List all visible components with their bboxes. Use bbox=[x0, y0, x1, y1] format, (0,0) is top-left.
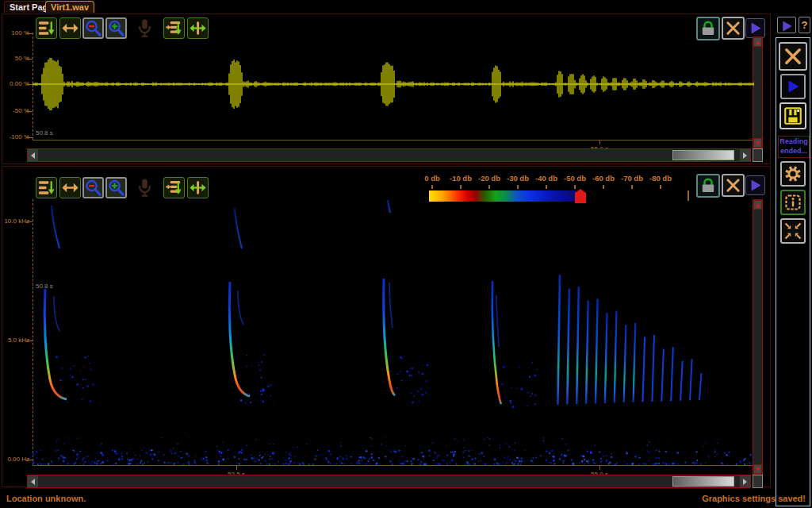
scroll-down-button[interactable] bbox=[753, 138, 762, 148]
db-legend-label: -20 db bbox=[473, 174, 505, 183]
time-axis-tick bbox=[236, 465, 237, 470]
microphone-button[interactable] bbox=[134, 177, 155, 198]
help-button[interactable]: ? bbox=[799, 17, 810, 33]
time-axis-line bbox=[33, 465, 754, 466]
play-button[interactable] bbox=[780, 74, 806, 99]
y-axis-label: 50 % bbox=[2, 55, 29, 62]
scroll-up-button[interactable] bbox=[753, 200, 762, 210]
info-icon bbox=[783, 193, 802, 212]
db-legend-label: -70 db bbox=[616, 174, 648, 183]
scroll-up-button[interactable] bbox=[753, 37, 762, 47]
corner-grip bbox=[753, 475, 763, 488]
horizontal-scrollbar[interactable] bbox=[27, 148, 751, 162]
play-icon bbox=[779, 23, 795, 37]
y-axis-tick bbox=[26, 111, 33, 112]
fit-vertical-button[interactable] bbox=[36, 177, 57, 198]
y-axis-tick bbox=[26, 84, 33, 85]
tab-virt1-wav[interactable]: Virt1.wav bbox=[45, 1, 94, 13]
db-legend-label: -10 db bbox=[445, 174, 477, 183]
y-axis-label: 5.0 kHz bbox=[2, 337, 29, 344]
info-button[interactable] bbox=[780, 190, 806, 215]
scroll-left-button[interactable] bbox=[28, 475, 38, 487]
reading-status-line2: ended... bbox=[779, 146, 809, 156]
db-legend-label: -30 db bbox=[502, 174, 534, 183]
db-legend-label: -60 db bbox=[588, 174, 619, 183]
y-axis-label: 0.00 % bbox=[2, 80, 29, 87]
horizontal-scrollbar[interactable] bbox=[27, 475, 751, 488]
db-legend-tick bbox=[574, 185, 576, 189]
close-icon bbox=[782, 45, 804, 67]
zoom-in-button[interactable] bbox=[105, 177, 127, 198]
scrollbar-thumb[interactable] bbox=[672, 476, 734, 487]
play-icon bbox=[747, 177, 764, 194]
y-axis-tick bbox=[26, 221, 33, 222]
play-button[interactable] bbox=[745, 175, 765, 195]
db-legend-tick bbox=[431, 185, 433, 189]
y-axis-label: 10.0 kHz bbox=[2, 217, 29, 225]
fit-vertical-icon bbox=[37, 179, 56, 197]
save-icon bbox=[783, 106, 803, 126]
spectrogram-display[interactable] bbox=[33, 199, 754, 465]
sidebar: Reading ended... bbox=[776, 37, 810, 506]
spectrogram-panel: 10.0 kHz5.0 kHz0.00 Hz52.5 s55.0 s50.8 s… bbox=[2, 166, 771, 487]
zoom-in-icon bbox=[107, 179, 125, 197]
y-axis-label: 100 % bbox=[2, 29, 29, 37]
horizontal-range-icon bbox=[61, 179, 79, 197]
fit-selection-vertical-button[interactable] bbox=[163, 177, 185, 198]
play-icon bbox=[783, 77, 802, 96]
y-axis-tick bbox=[26, 59, 33, 60]
settings-icon bbox=[783, 164, 802, 183]
y-axis-label: -50 % bbox=[2, 107, 29, 114]
scroll-left-button[interactable] bbox=[28, 149, 38, 161]
scroll-right-button[interactable] bbox=[740, 475, 750, 487]
db-legend-tick bbox=[488, 185, 490, 189]
db-legend-tick bbox=[660, 185, 661, 189]
waveform-display[interactable] bbox=[33, 33, 754, 140]
db-legend-label: 0 db bbox=[416, 174, 448, 183]
db-legend-tick bbox=[603, 185, 604, 189]
zoom-out-icon bbox=[84, 179, 102, 197]
db-legend-tick bbox=[460, 185, 462, 189]
reading-status-line1: Reading bbox=[779, 137, 809, 146]
collapse-button[interactable] bbox=[780, 218, 806, 244]
db-legend-label: -50 db bbox=[559, 174, 591, 183]
y-axis-label: -100 % bbox=[2, 133, 29, 140]
zoom-out-button[interactable] bbox=[82, 177, 104, 198]
settings-button[interactable] bbox=[780, 161, 806, 187]
status-graphics-text: Graphics settings saved! bbox=[702, 494, 806, 503]
microphone-icon bbox=[135, 178, 155, 198]
waveform-panel: 100 %50 %0.00 %-50 %-100 %55.0 s50.8 s bbox=[2, 13, 771, 164]
status-location-text: Location unknown. bbox=[6, 494, 86, 503]
corner-grip bbox=[753, 148, 763, 162]
db-legend-label: -80 db bbox=[645, 174, 676, 183]
scroll-down-button[interactable] bbox=[753, 464, 762, 474]
fit-selection-vertical-icon bbox=[165, 179, 183, 197]
collapse-icon bbox=[783, 221, 802, 241]
db-legend-tick bbox=[517, 185, 519, 189]
reading-status-message: Reading ended... bbox=[778, 136, 810, 158]
y-axis-tick bbox=[26, 137, 33, 138]
time-axis-line bbox=[33, 140, 754, 140]
horizontal-range-button[interactable] bbox=[59, 177, 81, 198]
play-top-button[interactable] bbox=[777, 17, 796, 33]
y-axis-tick bbox=[26, 341, 33, 341]
application-window: Start Page Virt1.wav 100 %50 %0.00 %-50 … bbox=[0, 0, 812, 508]
close-icon bbox=[724, 176, 742, 194]
scrollbar-thumb[interactable] bbox=[672, 150, 734, 160]
fit-horizontal-button[interactable] bbox=[187, 177, 209, 198]
db-legend-tick bbox=[631, 185, 633, 189]
time-axis-tick bbox=[599, 465, 600, 470]
scroll-right-button[interactable] bbox=[740, 149, 750, 161]
db-legend-label: -40 db bbox=[530, 174, 562, 183]
save-button[interactable] bbox=[779, 102, 806, 129]
time-axis-tick bbox=[599, 140, 600, 144]
close-file-button[interactable] bbox=[779, 42, 807, 71]
close-button[interactable] bbox=[722, 174, 745, 197]
db-legend-tick bbox=[546, 185, 547, 189]
y-axis-label: 0.00 Hz bbox=[2, 456, 29, 463]
y-axis-tick bbox=[26, 33, 33, 34]
fit-horizontal-icon bbox=[189, 179, 207, 197]
y-axis-tick bbox=[26, 460, 33, 460]
